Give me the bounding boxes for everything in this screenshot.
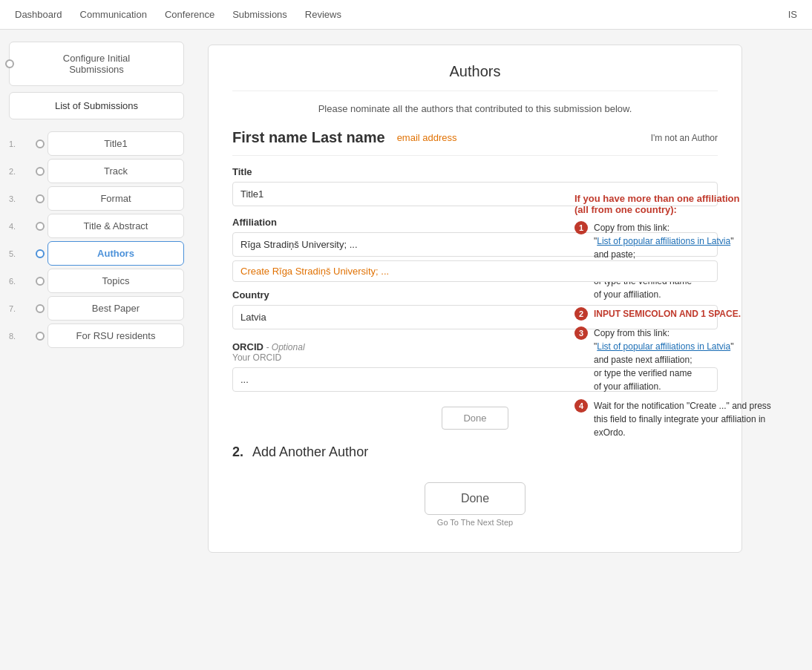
orcid-optional: - Optional — [266, 342, 305, 352]
step-item-5: 5.Authors — [9, 241, 184, 266]
annotation-step-text-4: Wait for the notification "Create ..." a… — [594, 399, 782, 439]
sidebar: Configure InitialSubmissions List of Sub… — [0, 30, 193, 670]
configure-dot — [5, 59, 14, 68]
step-label-3: 3. — [9, 194, 36, 203]
step-circle-4 — [36, 222, 45, 231]
step-item-8: 8.For RSU residents — [9, 323, 184, 348]
step-circle-7 — [36, 304, 45, 313]
step-label-6: 6. — [9, 277, 36, 286]
author-header: First name Last name email address I'm n… — [232, 129, 718, 146]
nav-communication[interactable]: Communication — [80, 9, 147, 20]
step-box-7[interactable]: Best Paper — [48, 296, 184, 321]
annotation-step-num-1: 1 — [574, 221, 588, 234]
step-box-4[interactable]: Title & Abstract — [48, 214, 184, 238]
instruction-text: Please nominate all the authors that con… — [232, 103, 718, 114]
step-circle-5 — [36, 249, 45, 258]
annotation-step-4: 4Wait for the notification "Create ..." … — [574, 399, 782, 439]
orcid-label: ORCID — [232, 341, 263, 352]
step-box-5[interactable]: Authors — [48, 241, 184, 266]
configure-initial-submissions[interactable]: Configure InitialSubmissions — [9, 42, 184, 86]
add-author-num: 2. — [232, 444, 243, 460]
affiliation-link[interactable]: List of popular affiliations in Latvia — [597, 236, 730, 246]
annotation-title: If you have more than one affiliation(al… — [574, 193, 782, 215]
bottom-done-button[interactable]: Done — [425, 482, 525, 515]
annotation-step-num-3: 3 — [574, 326, 588, 340]
done-button-small[interactable]: Done — [442, 407, 508, 430]
author-email: email address — [397, 132, 457, 143]
step-item-1: 1.Title1 — [9, 131, 184, 156]
step-item-3: 3.Format — [9, 186, 184, 211]
step-box-6[interactable]: Topics — [48, 269, 184, 293]
bottom-done-area: Done Go To The Next Step — [232, 467, 718, 534]
nav-dashboard[interactable]: Dashboard — [15, 9, 62, 20]
content-wrapper: Authors Please nominate all the authors … — [208, 45, 797, 553]
step-item-2: 2.Track — [9, 159, 184, 183]
nav-reviews[interactable]: Reviews — [305, 9, 341, 20]
step-circle-2 — [36, 167, 45, 176]
step-box-3[interactable]: Format — [48, 186, 184, 211]
configure-label: Configure InitialSubmissions — [63, 53, 130, 75]
bottom-done-sublabel: Go To The Next Step — [232, 518, 718, 527]
affiliation-dropdown[interactable]: Create Rīga Stradiņš University; ... — [232, 260, 718, 282]
step-label-2: 2. — [9, 167, 36, 176]
author-name: First name Last name — [232, 129, 385, 146]
list-of-submissions[interactable]: List of Submissions — [9, 92, 184, 119]
step-label-4: 4. — [9, 222, 36, 231]
step-box-2[interactable]: Track — [48, 159, 184, 183]
steps-list: 1.Title12.Track3.Format4.Title & Abstrac… — [9, 131, 184, 348]
step-label-8: 8. — [9, 332, 36, 341]
annotation-step-text-2: INPUT SEMICOLON AND 1 SPACE. — [594, 307, 741, 321]
annotation-step-text-3: Copy from this link:"List of popular aff… — [594, 326, 733, 393]
step-circle-6 — [36, 277, 45, 286]
add-author-label[interactable]: Add Another Author — [252, 444, 368, 460]
annotation-step-2: 2INPUT SEMICOLON AND 1 SPACE. — [574, 307, 782, 321]
main-layout: Configure InitialSubmissions List of Sub… — [0, 30, 812, 670]
step-label-5: 5. — [9, 249, 36, 258]
not-author-button[interactable]: I'm not an Author — [651, 133, 718, 143]
step-circle-8 — [36, 332, 45, 341]
annotation-step-3: 3Copy from this link:"List of popular af… — [574, 326, 782, 393]
affiliation-link[interactable]: List of popular affiliations in Latvia — [597, 341, 730, 352]
step-item-7: 7.Best Paper — [9, 296, 184, 321]
step-label-1: 1. — [9, 139, 36, 148]
step-label-7: 7. — [9, 304, 36, 313]
content-area: Authors Please nominate all the authors … — [193, 30, 812, 670]
step-box-8[interactable]: For RSU residents — [48, 323, 184, 348]
step-item-6: 6.Topics — [9, 269, 184, 293]
step-circle-1 — [36, 139, 45, 148]
annotation-step-num-4: 4 — [574, 399, 588, 413]
nav-conference[interactable]: Conference — [165, 9, 215, 20]
top-navigation: Dashboard Communication Conference Submi… — [0, 0, 812, 30]
user-initials: IS — [788, 9, 797, 20]
step-box-1[interactable]: Title1 — [48, 131, 184, 156]
step-item-4: 4.Title & Abstract — [9, 214, 184, 238]
annotation-box: If you have more than one affiliation(al… — [574, 193, 782, 445]
form-separator — [232, 155, 718, 156]
step-circle-3 — [36, 194, 45, 203]
title-label: Title — [232, 166, 718, 177]
nav-submissions[interactable]: Submissions — [232, 9, 287, 20]
annotation-step-num-2: 2 — [574, 307, 588, 321]
card-title: Authors — [232, 63, 718, 91]
